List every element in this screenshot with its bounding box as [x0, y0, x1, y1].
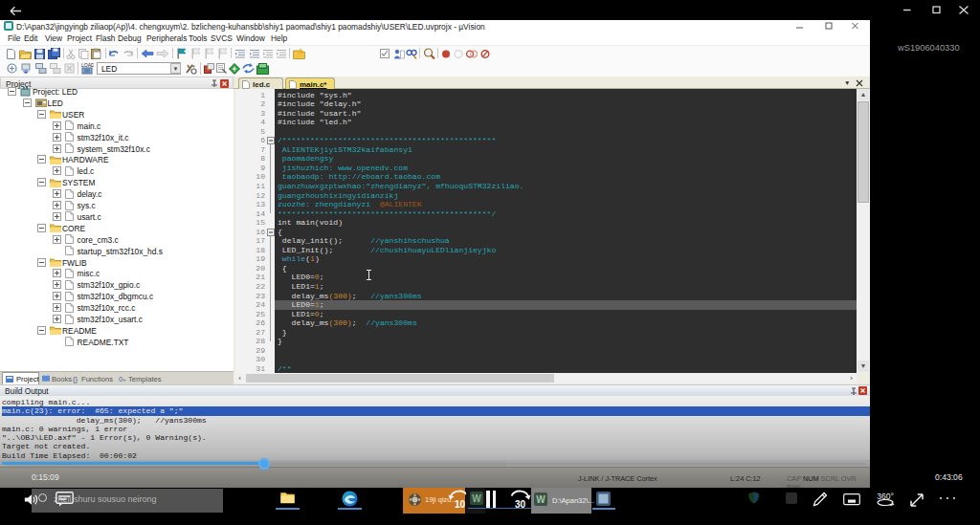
- svg-text:30: 30: [515, 499, 526, 510]
- svg-text:10: 10: [455, 499, 466, 510]
- svg-text:W: W: [472, 493, 481, 504]
- svg-text:W: W: [536, 494, 546, 505]
- svg-text:LOAD: LOAD: [81, 62, 94, 68]
